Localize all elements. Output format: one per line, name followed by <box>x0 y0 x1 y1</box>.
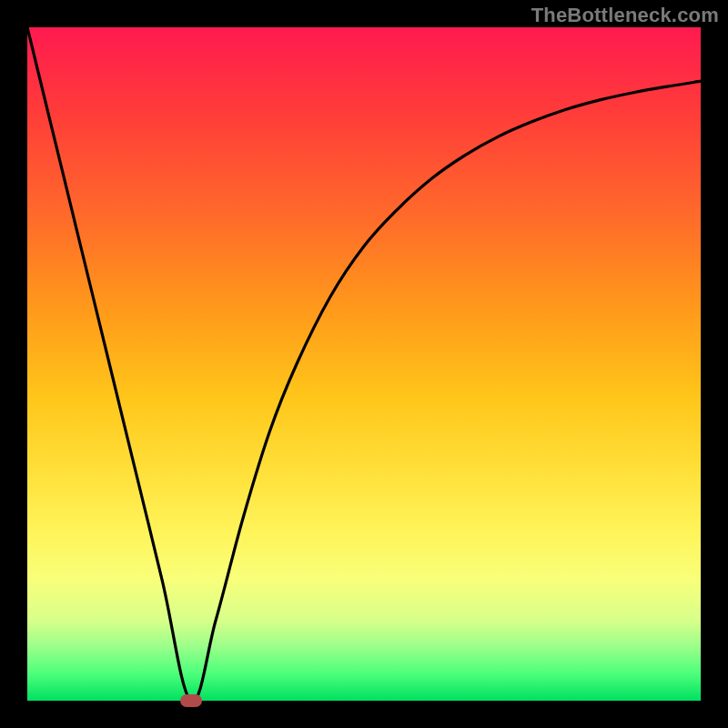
chart-container: TheBottleneck.com <box>0 0 728 728</box>
watermark-text: TheBottleneck.com <box>531 4 719 27</box>
curve-path <box>27 27 701 702</box>
minimum-marker <box>180 694 202 707</box>
plot-area <box>27 27 701 701</box>
bottleneck-curve <box>27 27 701 701</box>
